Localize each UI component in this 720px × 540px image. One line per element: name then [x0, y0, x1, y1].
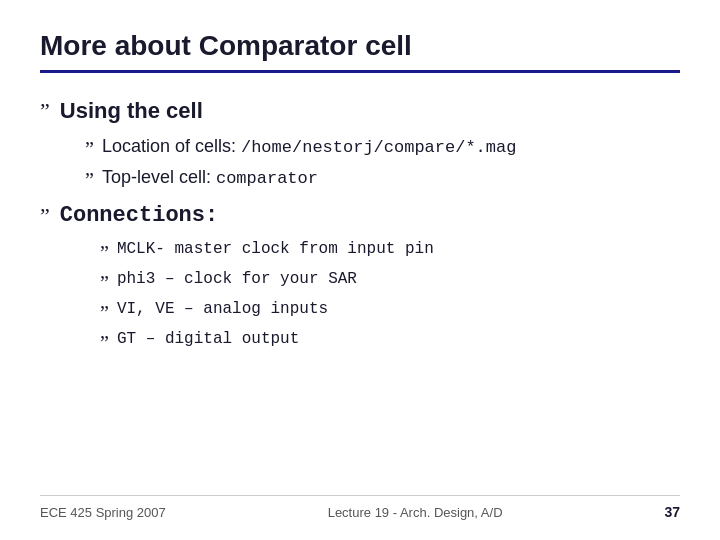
bullet-1-sub1-icon: ” [85, 136, 94, 162]
code-line-1-text: MCLK- master clock from input pin [117, 240, 434, 258]
bullet-1-sub1: ” Location of cells: /home/nestorj/compa… [85, 136, 680, 162]
bullet-1-sub2: ” Top-level cell: comparator [85, 167, 680, 193]
code-line-1: ” MCLK- master clock from input pin [100, 240, 680, 266]
code-line-3: ” VI, VE – analog inputs [100, 300, 680, 326]
slide: More about Comparator cell ” Using the c… [0, 0, 720, 540]
bullet-2-icon: ” [40, 205, 50, 227]
code-line-3-text: VI, VE – analog inputs [117, 300, 328, 318]
code-line-4-icon: ” [100, 330, 109, 356]
bullet-2-label: Connections: [60, 203, 218, 228]
slide-footer: ECE 425 Spring 2007 Lecture 19 - Arch. D… [40, 495, 680, 520]
bullet-1-sub2-icon: ” [85, 167, 94, 193]
code-line-2: ” phi3 – clock for your SAR [100, 270, 680, 296]
bullet-1-sub2-text: Top-level cell: comparator [102, 167, 318, 188]
bullet-2-codelines: ” MCLK- master clock from input pin ” ph… [100, 240, 680, 356]
code-line-4-text: GT – digital output [117, 330, 299, 348]
code-line-4: ” GT – digital output [100, 330, 680, 356]
footer-page: 37 [664, 504, 680, 520]
bullet-1-sub1-text: Location of cells: /home/nestorj/compare… [102, 136, 517, 157]
bullet-1: ” Using the cell [40, 98, 680, 124]
bullet-1-icon: ” [40, 100, 50, 122]
code-line-2-icon: ” [100, 270, 109, 296]
slide-title: More about Comparator cell [40, 30, 680, 73]
code-line-1-icon: ” [100, 240, 109, 266]
bullet-1-label: Using the cell [60, 98, 203, 124]
bullet-1-subbullets: ” Location of cells: /home/nestorj/compa… [85, 136, 680, 193]
slide-content: ” Using the cell ” Location of cells: /h… [40, 83, 680, 495]
code-line-2-text: phi3 – clock for your SAR [117, 270, 357, 288]
footer-left: ECE 425 Spring 2007 [40, 505, 166, 520]
code-line-3-icon: ” [100, 300, 109, 326]
footer-center: Lecture 19 - Arch. Design, A/D [328, 505, 503, 520]
bullet-2: ” Connections: [40, 203, 680, 228]
